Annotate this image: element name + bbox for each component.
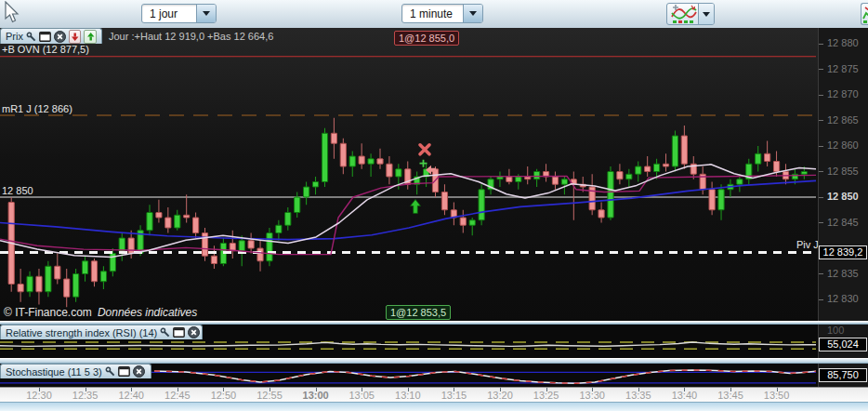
period-select-value: 1 jour (150, 7, 178, 20)
chart-style-icon (669, 4, 698, 24)
level-label: 12 850 (2, 185, 33, 196)
window-icon[interactable] (173, 327, 185, 338)
axis-tick (819, 146, 823, 147)
candle (331, 133, 336, 143)
candle (718, 190, 724, 210)
price-axis-label: 12 835 (827, 268, 859, 279)
chevron-down-icon (698, 4, 714, 24)
chevron-down-icon (463, 5, 482, 22)
candle (516, 177, 521, 182)
rsi-value-tag: 55,024 (819, 338, 867, 351)
interval-select-value: 1 minute (410, 7, 453, 20)
stochastic-value-tag: 85,750 (819, 368, 867, 382)
candle (608, 172, 613, 219)
pointer-tool-icon[interactable] (3, 1, 21, 25)
time-axis[interactable]: 12:3012:3512:4012:4512:5012:5513:0013:05… (0, 387, 868, 402)
candle (525, 177, 531, 179)
close-icon[interactable] (133, 365, 145, 378)
time-axis-label: 13:20 (480, 390, 519, 401)
candle (55, 266, 60, 279)
price-axis-label: 12 850 (827, 191, 859, 202)
time-axis-label: 13:25 (527, 390, 566, 401)
price-axis-label: 12 845 (827, 217, 859, 228)
axis-tick (819, 120, 823, 121)
candle (561, 179, 567, 185)
stochastic-panel-tab[interactable]: Stochastique (11 5 3) (0, 364, 151, 378)
candle (654, 164, 660, 171)
axis-tick (819, 299, 823, 300)
candle (64, 279, 70, 297)
chart-style-button[interactable] (666, 3, 715, 25)
period-select[interactable]: 1 jour (141, 4, 217, 23)
time-axis-label: 12:45 (158, 390, 197, 401)
chevron-down-icon (196, 5, 216, 22)
sell-price-badge[interactable]: 1@12 855,0 (394, 31, 459, 46)
candle (73, 274, 79, 298)
price-axis-label: 12 830 (827, 293, 859, 304)
window-icon[interactable] (118, 366, 130, 377)
price-axis-label: 12 875 (827, 63, 859, 74)
settings-wrench-icon[interactable] (26, 32, 36, 42)
candle (340, 143, 346, 166)
candle (765, 153, 770, 161)
rsi-panel-tab[interactable]: Relative strength index (RSI) (14) (0, 325, 203, 339)
candle (387, 164, 392, 177)
candle (479, 190, 484, 220)
candle (617, 172, 623, 179)
time-axis-label: 13:00 (296, 390, 335, 401)
axis-tick (819, 171, 823, 172)
price-chart[interactable]: +B OVN (12 877,5)mR1 J (12 866)12 850Piv… (0, 28, 818, 322)
settings-wrench-icon[interactable] (105, 366, 115, 377)
time-axis-label: 13:10 (388, 390, 427, 401)
day-high-low-summary: Jour :+Haut 12 919,0 +Bas 12 664,6 (109, 31, 273, 42)
trading-app-window: 1 jour 1 minute (0, 0, 868, 411)
horizontal-scrollbar[interactable] (0, 402, 868, 411)
price-axis-label: 12 860 (827, 139, 859, 151)
candle (147, 213, 152, 231)
time-axis-label: 12:50 (204, 390, 243, 401)
candle (737, 179, 743, 185)
time-axis-label: 12:30 (20, 390, 59, 401)
candle (534, 172, 540, 179)
candle (202, 233, 207, 257)
close-icon[interactable] (54, 31, 66, 43)
candle (304, 187, 309, 197)
price-axis-label: 12 870 (827, 88, 859, 99)
candle (91, 261, 97, 282)
candle (184, 215, 190, 218)
candle (165, 218, 171, 228)
close-icon[interactable] (188, 326, 200, 338)
candle (396, 169, 401, 177)
price-panel-tab[interactable]: Prix (0, 28, 102, 44)
candle (285, 213, 291, 226)
buy-arrow-button[interactable] (84, 30, 97, 44)
level-label: mR1 J (12 866) (2, 103, 72, 114)
buy-price-badge[interactable]: 1@12 853,5 (386, 305, 451, 320)
time-axis-label: 13:50 (757, 390, 796, 401)
candle (82, 261, 87, 274)
axis-tick (819, 197, 823, 198)
candle (552, 177, 558, 184)
axis-tick (819, 222, 823, 223)
candle (663, 164, 668, 166)
time-axis-label: 13:15 (434, 390, 473, 401)
clipped-toolbar-button[interactable] (861, 3, 868, 25)
interval-select[interactable]: 1 minute (401, 4, 483, 23)
candle (128, 238, 134, 254)
top-toolbar: 1 jour 1 minute (0, 0, 868, 29)
price-axis-label: 12 855 (827, 166, 859, 177)
stochastic-panel-title: Stochastique (11 5 3) (6, 366, 102, 378)
time-axis-label: 12:55 (250, 390, 289, 401)
clipped-chart-icon (861, 4, 868, 24)
window-icon[interactable] (39, 32, 51, 42)
axis-tick (819, 69, 823, 70)
sell-arrow-button[interactable] (69, 30, 82, 44)
settings-wrench-icon[interactable] (160, 327, 170, 338)
candle (175, 215, 180, 228)
pivot-price-tag: 12 839,2 (819, 245, 867, 259)
candle (257, 248, 263, 261)
price-axis-label: 12 880 (827, 37, 859, 48)
axis-tick (819, 44, 823, 45)
copyright-note: © IT-Finance.comDonnées indicatives (4, 306, 197, 319)
time-axis-label: 13:45 (711, 390, 750, 401)
